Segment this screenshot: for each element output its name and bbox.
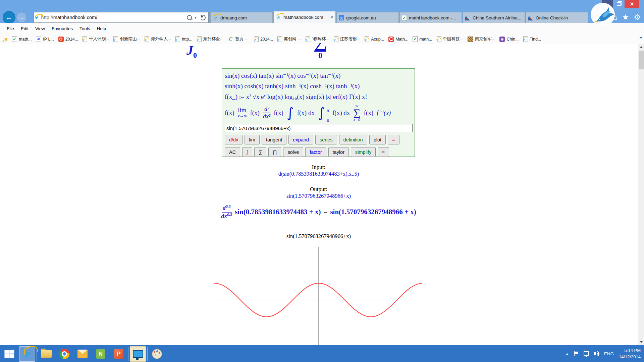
taskbar-powerpoint[interactable]: P — [111, 346, 127, 362]
taskbar-notepad-plus-plus[interactable]: N — [93, 346, 109, 362]
expression-input[interactable] — [225, 124, 413, 132]
favorite-item-6[interactable]: ehttp... — [175, 36, 192, 42]
action-center-flag-icon[interactable] — [574, 351, 579, 356]
menu-item-help[interactable]: Help — [97, 26, 106, 31]
menu-item-view[interactable]: View — [35, 26, 45, 31]
menu-item-tools[interactable]: Tools — [79, 26, 90, 31]
favorite-item-1[interactable]: iPIP L... — [36, 37, 54, 42]
integral-limits: π 0 — [327, 105, 329, 120]
favorite-item-15[interactable]: ✓math... — [413, 36, 432, 42]
taskbar-file-explorer[interactable] — [38, 346, 54, 362]
favorite-item-19[interactable]: eFind... — [523, 36, 541, 42]
close-button[interactable] — [625, 0, 639, 8]
tab-close-icon[interactable]: × — [330, 14, 333, 20]
favorite-item-2[interactable]: 2014... — [58, 37, 78, 42]
favorite-item-17[interactable]: 南京领军... — [468, 36, 495, 42]
clock[interactable]: 5:14 PM 14/12/2014 — [619, 348, 641, 360]
calc-button[interactable]: solve — [283, 147, 303, 157]
menu-item-file[interactable]: File — [7, 26, 14, 31]
tab-1[interactable]: emathhandbook.com× — [273, 11, 336, 23]
vertical-scrollbar[interactable] — [638, 44, 644, 345]
volume-icon[interactable] — [594, 352, 596, 355]
search-icon[interactable] — [187, 15, 192, 20]
favorites-overflow-chevron-icon[interactable]: » — [639, 35, 642, 40]
calc-button[interactable]: factor — [305, 147, 326, 157]
webpage-icon: e — [113, 36, 118, 42]
webpage-icon: e — [254, 36, 259, 42]
function-plot — [211, 246, 426, 345]
favorite-item-4[interactable]: e创新南山... — [113, 36, 140, 42]
forward-button[interactable]: → — [16, 12, 27, 23]
taskbar-start-button[interactable] — [1, 346, 17, 362]
taskbar-internet-explorer[interactable]: e — [19, 346, 35, 362]
calc-button[interactable]: = — [388, 135, 399, 144]
page-content: J0 ∑ 0 sin(x) cos(x) tan(x) sin⁻¹(x) cos… — [0, 44, 638, 345]
taskbar-paint[interactable] — [149, 346, 165, 362]
calc-button[interactable]: expand — [288, 135, 313, 144]
chevron-down-icon[interactable]: ▼ — [194, 16, 197, 19]
calc-button[interactable]: lim — [245, 135, 260, 144]
screen: ← → e http://mathhandbook.com/ ▼ edrhuan… — [0, 0, 644, 362]
calc-button[interactable]: tangent — [262, 135, 286, 144]
scrollbar-thumb[interactable] — [639, 51, 644, 69]
tab-5[interactable]: Online Check-in — [526, 12, 588, 23]
date: 14/12/2014 — [619, 354, 641, 360]
tab-3[interactable]: ✓mathHandbook.com -... — [399, 12, 462, 23]
network-icon[interactable] — [584, 351, 589, 356]
language-indicator[interactable]: ENG — [604, 351, 614, 356]
browser-titlebar: ← → e http://mathhandbook.com/ ▼ edrhuan… — [0, 0, 644, 23]
favorite-item-5[interactable]: e海外学人... — [145, 36, 171, 42]
favorite-item-12[interactable]: e江苏省创... — [334, 36, 360, 42]
favorite-item-11[interactable]: e“春晖杯... — [306, 36, 329, 42]
trig-functions-row: sin(x) cos(x) tan(x) sin⁻¹(x) cos⁻¹(x) t… — [225, 70, 412, 81]
partial-formula-j0: J0 — [186, 42, 197, 60]
menu-item-favourites[interactable]: Favourites — [52, 26, 73, 31]
refresh-icon[interactable] — [200, 15, 206, 20]
menu-item-edit[interactable]: Edit — [21, 26, 29, 31]
calc-button[interactable]: AC — [225, 147, 240, 157]
fractional-derivative-operator: d0.5 dx0.5 — [221, 204, 232, 220]
calc-button[interactable]: simplify — [351, 147, 376, 157]
favorite-item-13[interactable]: eAcup... — [365, 36, 384, 42]
favorite-item-0[interactable]: ✓math... — [12, 36, 32, 42]
address-bar[interactable]: e http://mathhandbook.com/ ▼ — [34, 12, 209, 23]
favorite-item-10[interactable]: e英创网 ... — [277, 36, 301, 42]
favorite-item-8[interactable]: C首页 -... — [228, 36, 250, 42]
favorite-item-3[interactable]: e千人计划... — [83, 36, 109, 42]
calc-button[interactable]: definition — [339, 135, 367, 144]
favorite-item-14[interactable]: Math... — [388, 37, 408, 42]
show-hidden-icons-button[interactable]: ▲ — [566, 352, 569, 356]
taskbar-outlook[interactable] — [74, 346, 91, 362]
output-label: Output: — [134, 186, 503, 193]
taskbar-display-app[interactable] — [130, 346, 146, 362]
scroll-down-arrow-icon[interactable] — [638, 339, 644, 345]
equation-rhs: sin(1.5707963267948966 + x) — [330, 208, 416, 216]
gear-icon[interactable]: ⚙ — [634, 12, 641, 22]
scroll-up-arrow-icon[interactable] — [638, 44, 644, 50]
calc-button[interactable]: ∏ — [268, 147, 281, 157]
favorite-item-18[interactable]: ◉Chin... — [499, 37, 519, 42]
taskbar-chrome[interactable] — [56, 346, 72, 362]
calculus-operators-row: f(x) lim x→∞ f(x) d² dx² f(x) ∫ f(x) dx … — [225, 102, 412, 123]
calc-button[interactable]: series — [315, 135, 337, 144]
favorite-item-9[interactable]: e2014... — [254, 36, 273, 42]
tab-2[interactable]: ggoogle.com.au — [336, 12, 399, 23]
calc-button[interactable]: plot — [369, 135, 386, 144]
calc-button[interactable]: taylor — [328, 147, 349, 157]
tab-0[interactable]: edrhuang.com — [210, 12, 273, 23]
system-tray: ▲ ENG 5:14 PM 14/12/2014 — [566, 345, 641, 362]
favorites-star-icon[interactable]: ★ — [622, 12, 629, 22]
webpage-icon: e — [197, 36, 202, 42]
tab-4[interactable]: China Southern Airline... — [463, 12, 525, 23]
url-host: mathhandbook.com/ — [53, 15, 97, 20]
calc-button[interactable]: ∑ — [254, 147, 266, 157]
favorite-item-16[interactable]: e中国科技... — [437, 36, 463, 42]
calc-button[interactable]: d/dx — [225, 135, 243, 144]
calc-button[interactable]: ∫ — [242, 147, 252, 157]
favorite-item-7[interactable]: e东升杯全... — [197, 36, 223, 42]
webpage-icon: e — [306, 36, 310, 42]
favorites-bar-star-icon[interactable]: ★» — [3, 36, 9, 43]
calc-button[interactable]: ≈ — [378, 147, 389, 157]
back-button[interactable]: ← — [3, 11, 15, 24]
output-expression: sin(1.5707963267948966+x) — [134, 193, 503, 199]
